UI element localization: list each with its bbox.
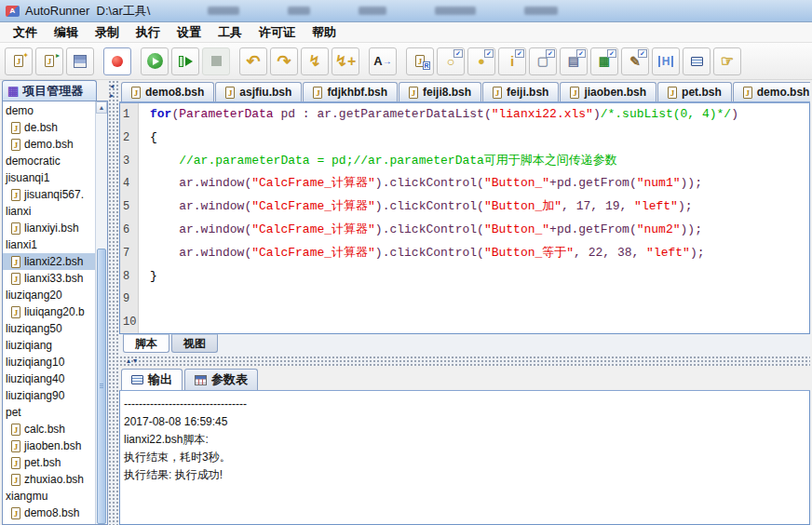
editor-tab-feiji8.bsh[interactable]: Jfeiji8.bsh: [399, 82, 481, 101]
stop-button[interactable]: [202, 47, 230, 75]
font-convert-button[interactable]: A→: [369, 47, 397, 75]
tree-item-lianxiyi.bsh[interactable]: Jlianxiyi.bsh: [3, 220, 95, 236]
checkpoint-data-check-badge: ✓: [484, 49, 494, 58]
run-step-button[interactable]: [171, 47, 199, 75]
editor-tab-pet.bsh[interactable]: Jpet.bsh: [657, 82, 732, 101]
horizontal-splitter[interactable]: ▴ ▾: [119, 356, 810, 366]
undo-button[interactable]: ↶: [239, 47, 267, 75]
menu-item-tools[interactable]: 工具: [210, 22, 250, 43]
output-console[interactable]: ---------------------------------2017-08…: [119, 391, 810, 525]
menu-item-edit[interactable]: 编辑: [47, 22, 86, 43]
script-config-button[interactable]: JR: [406, 47, 434, 75]
import-script-button[interactable]: J▸: [35, 47, 63, 75]
code-line-text: ar.window("CalcFrame_计算器").clickControl(…: [139, 242, 705, 265]
record-button[interactable]: [103, 47, 131, 75]
tree-item-liuziqiang10[interactable]: liuziqiang10: [3, 354, 95, 370]
tree-item-de.bsh[interactable]: Jde.bsh: [3, 119, 95, 136]
vertical-splitter[interactable]: ◂ ▸: [108, 80, 119, 525]
code-line: 8}: [120, 265, 809, 289]
record-icon: [112, 56, 123, 67]
editor-tab-asjfiu.bsh[interactable]: Jasjfiu.bsh: [215, 82, 302, 101]
collapse-left-icon[interactable]: ◂: [110, 83, 114, 90]
checkpoint-area-button[interactable]: ▢✓: [529, 47, 557, 75]
new-script-button[interactable]: J✦: [5, 47, 33, 75]
menu-item-license[interactable]: 许可证: [251, 22, 303, 43]
menu-item-help[interactable]: 帮助: [304, 22, 344, 43]
menu-item-settings[interactable]: 设置: [169, 22, 209, 43]
tree-scrollbar[interactable]: ▲: [95, 101, 107, 524]
tab-parameter-table[interactable]: 参数表: [184, 369, 258, 390]
checkpoint-info-button[interactable]: i✓: [498, 47, 526, 75]
run-button[interactable]: [141, 47, 169, 75]
sync-compare-button[interactable]: H: [652, 47, 680, 75]
handover-button[interactable]: ☞: [713, 47, 741, 75]
menu-item-record[interactable]: 录制: [88, 22, 127, 43]
tree-scrollbar-thumb[interactable]: [97, 249, 106, 524]
code-line: 7 ar.window("CalcFrame_计算器").clickContro…: [120, 242, 809, 265]
redo-button[interactable]: ↷: [270, 47, 298, 75]
save-button[interactable]: [66, 47, 94, 75]
editor-tab-fdjkhbf.bsh[interactable]: Jfdjkhbf.bsh: [303, 82, 398, 101]
tree-item-calc.bsh[interactable]: Jcalc.bsh: [3, 421, 95, 438]
checkpoint-excel-button[interactable]: ▦✓: [590, 47, 618, 75]
tree-item-liuziqiang40[interactable]: liuziqiang40: [3, 370, 95, 387]
tab-script-label: 脚本: [135, 336, 157, 352]
message-output-button[interactable]: [683, 47, 710, 75]
tree-item-xiangmu[interactable]: xiangmu: [3, 488, 95, 505]
tree-item-lianxi[interactable]: lianxi: [3, 203, 95, 220]
collapse-down-icon[interactable]: ▾: [133, 357, 137, 365]
code-line-text: for(ParameterData pd : ar.getParameterDa…: [139, 103, 738, 127]
script-file-icon: J: [493, 87, 502, 99]
editor-tabstrip: Jdemo8.bshJasjfiu.bshJfdjkhbf.bshJfeiji8…: [119, 80, 810, 103]
checkpoint-data-button[interactable]: ●✓: [467, 47, 495, 75]
tab-view[interactable]: 视图: [171, 334, 218, 353]
editor-tab-feiji.bsh[interactable]: Jfeiji.bsh: [482, 82, 559, 101]
tree-item-lianxi22.bsh[interactable]: Jlianxi22.bsh: [3, 253, 95, 270]
titlebar[interactable]: A AutoRunner D:\ar工具\: [0, 0, 812, 22]
save-icon: [74, 55, 87, 68]
tab-output[interactable]: 输出: [121, 369, 183, 390]
tree-item-demo8.bsh[interactable]: Jdemo8.bsh: [3, 505, 95, 521]
tree-item-pet[interactable]: pet: [3, 404, 95, 421]
editor-tab-jiaoben.bsh[interactable]: Jjiaoben.bsh: [560, 82, 656, 101]
checkpoint-doc-button[interactable]: ▤✓: [560, 47, 588, 75]
tab-script[interactable]: 脚本: [123, 334, 169, 353]
tree-item-democratic[interactable]: democratic: [3, 153, 95, 169]
checkpoint-object-button[interactable]: ○✓: [437, 47, 465, 75]
menu-item-run[interactable]: 执行: [129, 22, 168, 43]
checkpoint-object-check-badge: ✓: [453, 49, 463, 58]
project-manager-panel: ▦ 项目管理器 demoJde.bshJdemo.bshdemocraticji…: [0, 80, 108, 525]
tree-item-label: calc.bsh: [24, 423, 65, 436]
line-number: 4: [120, 172, 139, 195]
tree-item-label: lianxi: [6, 205, 31, 218]
collapse-right-icon[interactable]: ▸: [110, 92, 114, 100]
collapse-up-icon[interactable]: ▴: [127, 357, 130, 365]
tree-item-demo[interactable]: demo: [3, 102, 95, 119]
tree-item-jisuanqi567.[interactable]: Jjisuanqi567.: [3, 186, 95, 203]
output-tabstrip: 输出 参数表: [119, 366, 810, 391]
line-number: 6: [120, 219, 139, 242]
tree-item-liuziqiang90[interactable]: liuziqiang90: [3, 387, 95, 404]
editor-tab-demo8.bsh[interactable]: Jdemo8.bsh: [121, 82, 214, 101]
tree-item-liuziqiang[interactable]: liuziqiang: [3, 337, 95, 354]
object-spy-button[interactable]: ↯: [301, 47, 329, 75]
tree-item-pet.bsh[interactable]: Jpet.bsh: [3, 454, 95, 471]
tree-item-lianxi33.bsh[interactable]: Jlianxi33.bsh: [3, 270, 95, 287]
tree-item-zhuxiao.bsh[interactable]: Jzhuxiao.bsh: [3, 471, 95, 488]
tree-item-liuiqang20.b[interactable]: Jliuiqang20.b: [3, 303, 95, 320]
code-line: 10: [120, 311, 809, 334]
tree-item-jisuanqi1[interactable]: jisuanqi1: [3, 169, 95, 186]
tree-item-lianxi1[interactable]: lianxi1: [3, 236, 95, 253]
menu-item-file[interactable]: 文件: [6, 22, 45, 43]
editor-tab-label: feiji.bsh: [507, 86, 548, 99]
scroll-up-icon[interactable]: ▲: [96, 101, 107, 114]
project-manager-tab[interactable]: ▦ 项目管理器: [2, 80, 97, 101]
code-editor[interactable]: 1for(ParameterData pd : ar.getParameterD…: [119, 103, 810, 334]
editor-tab-demo.bsh[interactable]: Jdemo.bsh: [733, 82, 810, 101]
tree-item-liuziqang20[interactable]: liuziqang20: [3, 287, 95, 303]
checkpoint-edit-button[interactable]: ✎✓: [621, 47, 649, 75]
object-spy-plus-button[interactable]: ↯+: [332, 47, 359, 75]
tree-item-liuziqang50[interactable]: liuziqang50: [3, 320, 95, 337]
tree-item-demo.bsh[interactable]: Jdemo.bsh: [3, 136, 95, 153]
tree-item-jiaoben.bsh[interactable]: Jjiaoben.bsh: [3, 438, 95, 454]
